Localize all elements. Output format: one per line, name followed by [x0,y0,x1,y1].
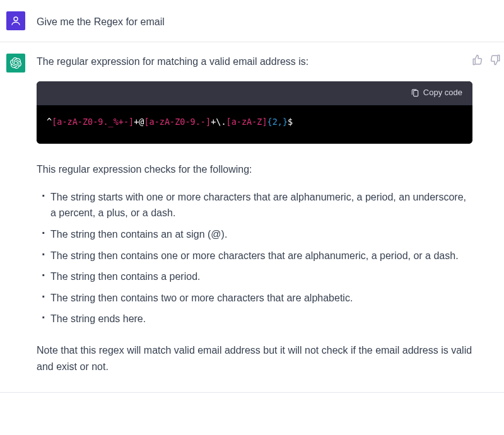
list-item: The string then contains two or more cha… [37,290,472,306]
assistant-message-block: The regular expression for matching a va… [0,42,504,393]
assistant-note: Note that this regex will match valid em… [37,342,472,374]
list-item: The string then contains one or more cha… [37,248,472,264]
code-token: +@ [134,117,144,127]
code-token: [a-zA-Z] [226,117,267,127]
thumbs-down-button[interactable] [489,54,501,66]
code-token: [a-zA-Z0-9._%+-] [52,117,134,127]
code-token: {2,} [267,117,288,127]
user-avatar [6,11,25,30]
code-token: [a-zA-Z0-9.-] [144,117,211,127]
code-block: Copy code ^[a-zA-Z0-9._%+-]+@[a-zA-Z0-9.… [37,81,472,144]
svg-rect-1 [414,90,418,96]
explanation-list: The string starts with one or more chara… [37,189,472,327]
list-item: The string ends here. [37,311,472,327]
list-item: The string then contains an at sign (@). [37,226,472,243]
list-item: The string then contains a period. [37,269,472,285]
assistant-intro-text: The regular expression for matching a va… [37,54,472,70]
thumbs-down-icon [489,54,501,66]
copy-code-label: Copy code [423,86,462,100]
thumbs-up-button[interactable] [471,54,484,66]
feedback-buttons [471,54,501,66]
code-token: ^ [47,117,52,127]
list-item: The string starts with one or more chara… [37,189,472,221]
person-icon [10,15,21,26]
openai-logo-icon [10,57,21,69]
user-message-block: Give me the Regex for email [0,0,504,42]
svg-point-0 [14,17,18,21]
code-content[interactable]: ^[a-zA-Z0-9._%+-]+@[a-zA-Z0-9.-]+\.[a-zA… [37,105,472,144]
code-header: Copy code [37,81,472,105]
user-message-text: Give me the Regex for email [37,11,472,30]
assistant-avatar [6,54,25,72]
code-token: $ [288,117,293,127]
code-token: +\. [211,117,226,127]
clipboard-icon [411,89,419,98]
copy-code-button[interactable]: Copy code [411,86,462,100]
thumbs-up-icon [472,54,483,66]
explanation-intro: This regular expression checks for the f… [37,161,472,178]
